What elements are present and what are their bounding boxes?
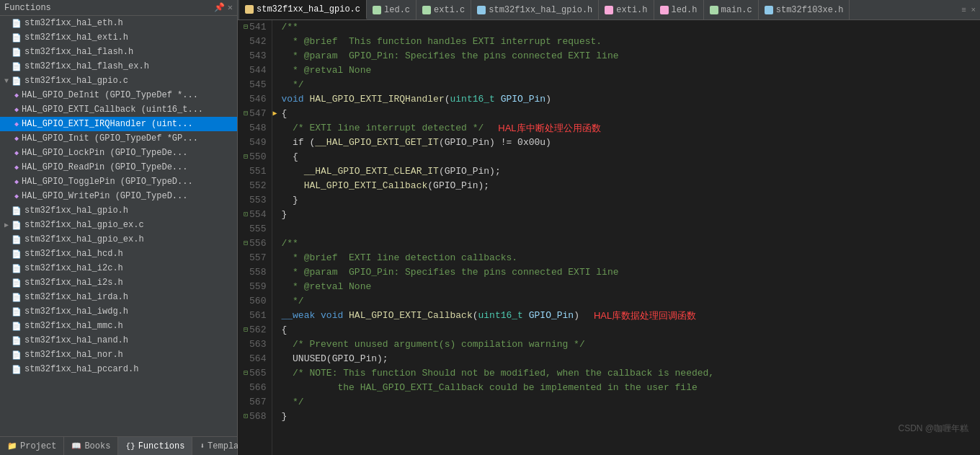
- panel-title: Functions: [4, 3, 51, 13]
- tree-item-label: stm32f1xx_hal_flash.h: [24, 47, 133, 57]
- tree-item-fn6[interactable]: ◆HAL_GPIO_ReadPin (GPIO_TypeDe...: [0, 160, 237, 175]
- code-segment: }: [281, 208, 287, 222]
- footer-tab-label: Functions: [138, 441, 185, 451]
- line-num-text: 567: [249, 395, 266, 410]
- line-number-563: 563: [244, 337, 266, 352]
- tab-stm32f1xx_hal_gpio-c[interactable]: stm32f1xx_hal_gpio.c: [239, 0, 367, 19]
- fold-button-562[interactable]: ⊟: [244, 323, 248, 337]
- line-num-text: 555: [249, 222, 266, 237]
- footer-tab-books[interactable]: 📖Books: [64, 437, 118, 455]
- code-segment: HAL_GPIO_EXTI_Callback: [349, 309, 473, 323]
- function-icon: ◆: [14, 192, 19, 200]
- file-icon: 📄: [12, 76, 22, 86]
- footer-tab-icon: 📁: [7, 441, 17, 451]
- tree-item-nor[interactable]: 📄stm32f1xx_hal_nor.h: [0, 348, 237, 362]
- tree-item-label: HAL_GPIO_LockPin (GPIO_TypeDe...: [22, 148, 187, 158]
- functions-panel: Functions 📌 ✕ 📄stm32f1xx_hal_eth.h 📄stm3…: [0, 0, 238, 455]
- tree-container[interactable]: 📄stm32f1xx_hal_eth.h 📄stm32f1xx_hal_exti…: [0, 16, 237, 436]
- tree-item-fn7[interactable]: ◆HAL_GPIO_TogglePin (GPIO_TypeD...: [0, 175, 237, 189]
- tree-item-iwdg[interactable]: 📄stm32f1xx_hal_iwdg.h: [0, 304, 237, 319]
- line-num-text: 559: [249, 280, 266, 294]
- tree-item-flash[interactable]: 📄stm32f1xx_hal_flash.h: [0, 45, 237, 59]
- code-segment: {: [281, 107, 287, 121]
- tree-item-eth[interactable]: 📄stm32f1xx_hal_eth.h: [0, 16, 237, 30]
- tab-file-icon: [373, 6, 381, 14]
- tab-file-icon: [710, 6, 718, 14]
- tab-led-c[interactable]: led.c: [367, 0, 416, 19]
- file-icon: 📄: [12, 293, 22, 302]
- function-icon: ◆: [14, 91, 19, 100]
- tree-item-gpio_ex_c[interactable]: ▶📄stm32f1xx_hal_gpio_ex.c: [0, 218, 237, 232]
- code-segment: GPIO_Pin: [529, 309, 574, 323]
- tree-item-hcd[interactable]: 📄stm32f1xx_hal_hcd.h: [0, 247, 237, 261]
- line-num-text: 556: [249, 237, 266, 251]
- tree-item-nand[interactable]: 📄stm32f1xx_hal_nand.h: [0, 333, 237, 348]
- tree-item-mmc[interactable]: 📄stm32f1xx_hal_mmc.h: [0, 319, 237, 333]
- expand-icon[interactable]: ▼: [3, 77, 10, 85]
- tree-item-i2s[interactable]: 📄stm32f1xx_hal_i2s.h: [0, 275, 237, 290]
- fold-button-554[interactable]: ⊡: [244, 208, 248, 222]
- tree-item-fn4[interactable]: ◆HAL_GPIO_Init (GPIO_TypeDef *GP...: [0, 131, 237, 146]
- code-line-545: */: [272, 78, 980, 92]
- fold-button-541[interactable]: ⊟: [244, 20, 248, 35]
- file-icon: 📄: [12, 264, 22, 273]
- code-segment: (GPIO_Pin);: [439, 164, 501, 179]
- line-num-text: 560: [249, 294, 266, 309]
- tree-item-label: stm32f1xx_hal_hcd.h: [24, 249, 123, 259]
- tree-item-fn3[interactable]: ◆HAL_GPIO_EXTI_IRQHandler (uint...: [0, 117, 237, 131]
- code-segment: * @param GPIO_Pin: Specifies the pins co…: [281, 49, 618, 63]
- file-icon: 📄: [12, 322, 22, 331]
- code-segment: GPIO_Pin: [501, 92, 545, 107]
- tree-item-gpio_h[interactable]: 📄stm32f1xx_hal_gpio.h: [0, 203, 237, 218]
- file-icon: 📄: [12, 307, 22, 317]
- tree-item-pccard[interactable]: 📄stm32f1xx_hal_pccard.h: [0, 362, 237, 376]
- tree-item-flash_ex[interactable]: 📄stm32f1xx_hal_flash_ex.h: [0, 59, 237, 74]
- tab-stm32f103xe-h[interactable]: stm32f103xe.h: [759, 0, 850, 19]
- pin-button[interactable]: 📌: [214, 2, 225, 13]
- tree-item-label: stm32f1xx_hal_nand.h: [24, 335, 128, 345]
- tab-exti-c[interactable]: exti.c: [416, 0, 471, 19]
- tree-item-gpio_c[interactable]: ▼📄stm32f1xx_hal_gpio.c: [0, 74, 237, 88]
- tree-item-fn1[interactable]: ◆HAL_GPIO_DeInit (GPIO_TypeDef *...: [0, 88, 237, 102]
- fold-button-565[interactable]: ⊟: [244, 366, 248, 381]
- fold-button-568[interactable]: ⊡: [244, 410, 248, 424]
- tab-main-c[interactable]: main.c: [704, 0, 759, 19]
- tree-item-irda[interactable]: 📄stm32f1xx_hal_irda.h: [0, 290, 237, 304]
- tab-file-icon: [660, 6, 669, 14]
- tree-item-label: stm32f1xx_hal_pccard.h: [24, 364, 138, 374]
- editor-area: stm32f1xx_hal_gpio.cled.cexti.cstm32f1xx…: [238, 0, 980, 455]
- tree-item-fn2[interactable]: ◆HAL_GPIO_EXTI_Callback (uint16_t...: [0, 102, 237, 117]
- panel-header: Functions 📌 ✕: [0, 0, 237, 16]
- expand-icon[interactable]: ▶: [3, 221, 10, 229]
- tab-stm32f1xx_hal_gpio-h[interactable]: stm32f1xx_hal_gpio.h: [471, 0, 599, 19]
- footer-tab-functions[interactable]: {}Functions: [118, 437, 192, 455]
- tree-item-label: HAL_GPIO_TogglePin (GPIO_TypeD...: [22, 177, 193, 187]
- code-segment: void: [321, 309, 349, 323]
- tree-item-fn8[interactable]: ◆HAL_GPIO_WritePin (GPIO_TypeD...: [0, 189, 237, 203]
- line-num-text: 541: [249, 20, 266, 35]
- tree-item-fn5[interactable]: ◆HAL_GPIO_LockPin (GPIO_TypeDe...: [0, 146, 237, 160]
- tree-item-exti[interactable]: 📄stm32f1xx_hal_exti.h: [0, 30, 237, 45]
- tab-exti-h[interactable]: exti.h: [599, 0, 654, 19]
- fold-button-547[interactable]: ⊟: [244, 107, 248, 121]
- fold-button-556[interactable]: ⊟: [244, 237, 248, 251]
- fold-button-550[interactable]: ⊟: [244, 150, 248, 164]
- code-segment: __weak: [281, 309, 321, 323]
- line-number-552: 552: [244, 179, 266, 193]
- tree-item-label: stm32f1xx_hal_nor.h: [24, 350, 123, 360]
- code-container[interactable]: ⊟541542543544545546⊟547548549⊟5505515525…: [238, 20, 980, 455]
- line-num-text: 547: [249, 107, 266, 121]
- tree-item-label: HAL_GPIO_Init (GPIO_TypeDef *GP...: [22, 133, 198, 143]
- tab-led-h[interactable]: led.h: [654, 0, 704, 19]
- code-line-546: void HAL_GPIO_EXTI_IRQHandler(uint16_t G…: [272, 92, 980, 107]
- close-panel-button[interactable]: ✕: [228, 2, 233, 13]
- panel-footer: 📁Project📖Books{}Functions⬇Templates: [0, 436, 237, 455]
- footer-tab-project[interactable]: 📁Project: [0, 437, 64, 455]
- code-line-560: */: [272, 294, 980, 309]
- code-line-542: * @brief This function handles EXTI inte…: [272, 35, 980, 49]
- tree-item-i2c[interactable]: 📄stm32f1xx_hal_i2c.h: [0, 261, 237, 275]
- code-segment: (: [445, 92, 450, 107]
- file-icon: 📄: [12, 336, 22, 345]
- tree-item-gpio_ex_h[interactable]: 📄stm32f1xx_hal_gpio_ex.h: [0, 232, 237, 247]
- function-icon: ◆: [14, 163, 19, 172]
